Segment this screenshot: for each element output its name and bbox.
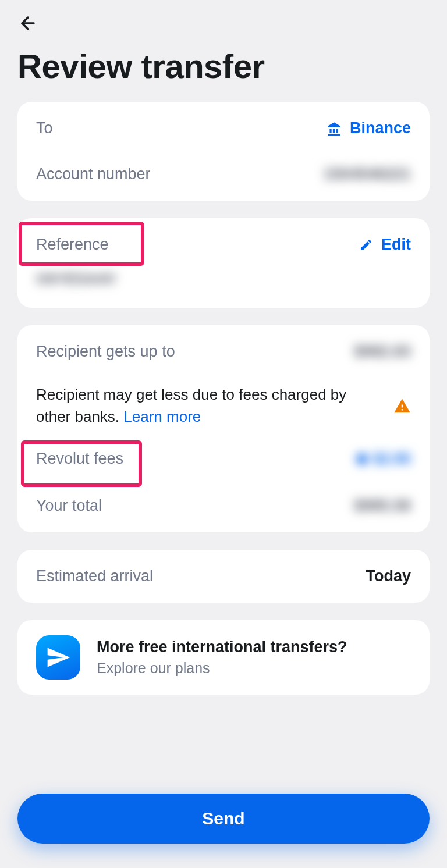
svg-point-1 xyxy=(357,454,367,464)
fees-value: $2.95 xyxy=(356,450,411,468)
account-number-value: 1504546221 xyxy=(324,165,411,183)
promo-title: More free international transfers? xyxy=(97,638,347,656)
arrival-card: Estimated arrival Today xyxy=(17,550,430,603)
arrival-label: Estimated arrival xyxy=(36,567,153,585)
recipient-link[interactable]: Binance xyxy=(327,119,411,137)
back-button[interactable] xyxy=(17,13,38,34)
reference-value: O6YESA4V xyxy=(36,270,411,288)
paper-plane-icon xyxy=(36,635,80,680)
recipient-gets-label: Recipient gets up to xyxy=(36,343,175,361)
bank-icon xyxy=(327,121,342,136)
recipient-card: To Binance Account number 1504546221 xyxy=(17,102,430,201)
learn-more-link[interactable]: Learn more xyxy=(123,408,201,425)
page-title: Review transfer xyxy=(17,47,430,86)
arrival-value: Today xyxy=(366,567,411,585)
reference-card: Reference Edit O6YESA4V xyxy=(17,218,430,308)
fees-label: Revolut fees xyxy=(36,450,123,468)
promo-subtitle: Explore our plans xyxy=(97,660,347,677)
arrow-left-icon xyxy=(18,13,38,33)
promo-card[interactable]: More free international transfers? Explo… xyxy=(17,620,430,695)
pencil-icon xyxy=(359,238,373,252)
total-value: $985.58 xyxy=(354,497,411,515)
edit-reference-button[interactable]: Edit xyxy=(359,236,411,254)
fee-disclaimer: Recipient may get less due to fees charg… xyxy=(36,384,382,428)
send-button[interactable]: Send xyxy=(17,794,430,844)
amounts-card: Recipient gets up to $982.83 Recipient m… xyxy=(17,325,430,532)
reference-label: Reference xyxy=(36,236,109,254)
to-label: To xyxy=(36,119,53,137)
account-number-label: Account number xyxy=(36,165,151,183)
recipient-name: Binance xyxy=(350,119,411,137)
warning-icon xyxy=(393,397,411,415)
total-label: Your total xyxy=(36,497,102,515)
recipient-gets-value: $982.83 xyxy=(354,343,411,361)
edit-label: Edit xyxy=(381,236,411,254)
